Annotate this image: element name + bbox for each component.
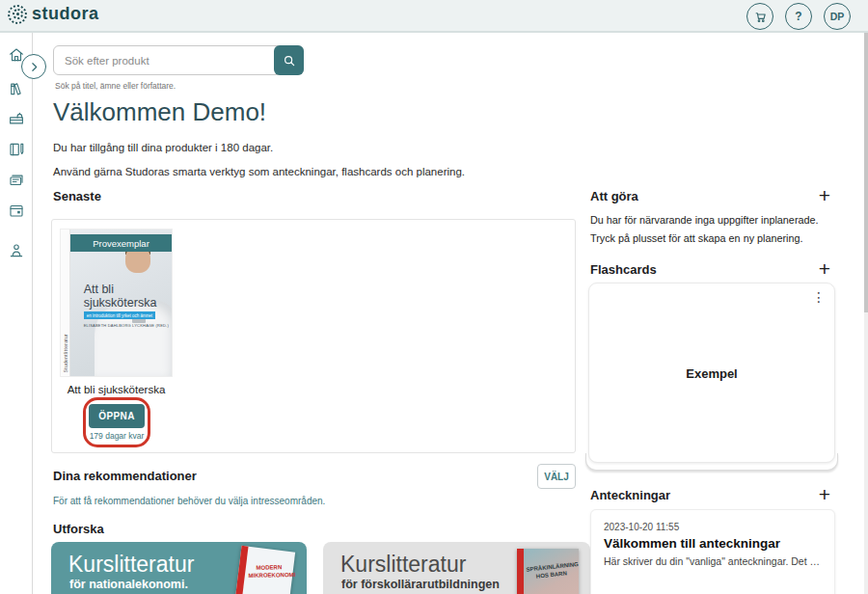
intro-text-2: Använd gärna Studoras smarta verktyg som… xyxy=(53,166,465,177)
note-title: Välkommen till anteckningar xyxy=(604,536,780,551)
sidebar-item-library[interactable] xyxy=(8,80,25,97)
cart-button[interactable] xyxy=(746,3,773,30)
add-flashcard-button[interactable]: + xyxy=(816,261,833,279)
notes-heading: Anteckningar xyxy=(590,488,670,502)
todo-heading: Att göra xyxy=(590,189,638,203)
cart-icon xyxy=(753,10,768,24)
book-title: Att bli sjuksköterska xyxy=(61,384,172,395)
recommendations-heading: Dina rekommendationer xyxy=(53,469,197,483)
add-note-button[interactable]: + xyxy=(816,487,833,504)
studora-app: studora ? DP xyxy=(0,0,868,594)
choose-interests-button[interactable]: VÄLJ xyxy=(537,464,576,489)
recommendations-hint: För att få rekommendationer behöver du v… xyxy=(53,496,325,506)
logo-text: studora xyxy=(32,4,99,24)
search-input[interactable] xyxy=(53,45,304,75)
open-book-button[interactable]: ÖPPNA xyxy=(89,404,145,428)
flashcard-exempel[interactable]: ⋮ Exempel xyxy=(588,283,835,463)
flashcard-menu-icon[interactable]: ⋮ xyxy=(812,290,826,304)
book-cover-author: ELISABETH DAHLBORG LYCKHAGE (RED.) xyxy=(84,323,169,328)
library-books-icon xyxy=(8,80,25,97)
studora-logo[interactable]: studora xyxy=(8,4,99,24)
flashcards-heading: Flashcards xyxy=(590,262,657,277)
avatar-initials: DP xyxy=(830,11,845,22)
todo-empty-text: Du har för närvarande inga uppgifter inp… xyxy=(590,211,841,249)
flashcard-label: Exempel xyxy=(589,366,834,381)
note-card[interactable]: 2023-10-20 11:55 Välkommen till anteckni… xyxy=(590,509,835,594)
explore-heading: Utforska xyxy=(53,522,104,536)
sidebar-item-calendar[interactable] xyxy=(8,202,25,219)
banner-subtitle: för förskollärarutbildningen xyxy=(341,578,500,591)
note-preview: Här skriver du din "vanliga" anteckninga… xyxy=(604,555,824,567)
person-desk-icon xyxy=(8,242,25,259)
search-button[interactable] xyxy=(274,45,304,75)
banner-book-image: SPRÅKINLÄRNING HOS BARN xyxy=(517,549,579,594)
left-sidebar xyxy=(0,33,33,594)
book-cover-title: Att bli sjuksköterska xyxy=(84,283,157,310)
book-cover[interactable]: Att bli sjuksköterska en introduktion ti… xyxy=(61,230,172,376)
help-icon: ? xyxy=(795,10,801,23)
banner-title: Kurslitteratur xyxy=(68,552,194,578)
senaste-card: Att bli sjuksköterska en introduktion ti… xyxy=(51,219,576,453)
open-button-highlight-annotation: ÖPPNA 179 dagar kvar xyxy=(83,397,150,447)
banner-subtitle: för nationalekonomi. xyxy=(69,578,188,591)
days-left-label: 179 dagar kvar xyxy=(90,431,145,441)
banner-book-image: MODERN MIKROEKONOMI xyxy=(233,546,295,594)
sidebar-item-profile[interactable] xyxy=(8,242,25,259)
explore-banner-nationalekonomi[interactable]: Kurslitteratur för nationalekonomi. MODE… xyxy=(51,542,307,594)
sidebar-item-notes[interactable] xyxy=(8,141,25,158)
studora-logo-icon xyxy=(8,5,27,24)
search-hint: Sök på titel, ämne eller författare. xyxy=(55,81,176,91)
book-cover-subtitle: en introduktion till yrket och ämnet xyxy=(84,311,155,319)
page-title: Välkommen Demo! xyxy=(53,97,266,127)
intro-text-1: Du har tillgång till dina produkter i 18… xyxy=(53,142,273,153)
book-spine: Studentlitteratur xyxy=(61,230,70,376)
top-header: studora ? DP xyxy=(0,0,868,33)
senaste-heading: Senaste xyxy=(53,189,101,203)
sidebar-item-store[interactable] xyxy=(8,110,25,127)
explore-banner-forskollararutbildningen[interactable]: Kurslitteratur för förskollärarutbildnin… xyxy=(323,542,590,594)
search-icon xyxy=(283,54,296,68)
provexemplar-badge: Provexemplar xyxy=(70,234,172,252)
flashcards-icon xyxy=(8,172,25,189)
add-todo-button[interactable]: + xyxy=(816,188,833,205)
sidebar-expand-button[interactable] xyxy=(21,54,46,79)
help-button[interactable]: ? xyxy=(785,3,812,30)
product-search xyxy=(53,45,304,75)
store-desk-icon xyxy=(8,110,25,127)
note-timestamp: 2023-10-20 11:55 xyxy=(604,522,679,532)
sidebar-item-flashcards[interactable] xyxy=(8,172,25,189)
banner-title: Kurslitteratur xyxy=(340,552,466,578)
chevron-right-icon xyxy=(28,61,41,73)
calendar-icon xyxy=(8,202,25,219)
avatar[interactable]: DP xyxy=(824,3,851,30)
scrollbar-thumb[interactable] xyxy=(864,33,868,312)
notebook-pencil-icon xyxy=(8,141,25,158)
